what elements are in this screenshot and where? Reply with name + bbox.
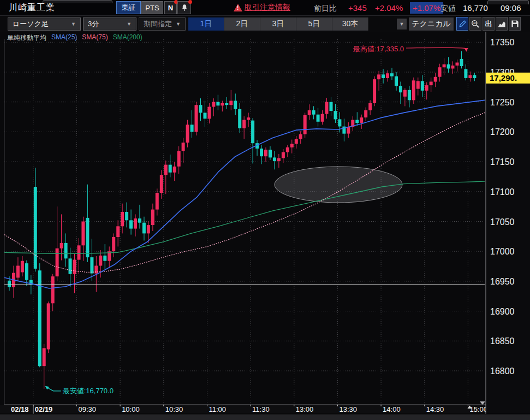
price-axis-label: 17200 [490,127,515,137]
session-low-annotation: 最安値:16,770.0 [63,387,114,395]
legend-title: 単純移動平均 [7,33,46,43]
area-chart-icon [497,20,506,28]
price-axis-label: 17150 [490,157,515,167]
chevron-down-icon: ▼ [127,21,132,27]
time-axis-label: 11:30 [252,405,270,413]
price-axis-label: 17100 [490,187,515,197]
warning-icon: ! [234,4,242,11]
chart-type-dropdown[interactable]: ローソク足 ▼ [8,17,81,31]
change-vs-open-percent[interactable]: +1.07% [410,2,443,14]
trading-app-window: { "header": { "stock_name": "川崎重工業", "ex… [0,0,530,420]
time-axis-label: 15:00 [469,405,487,413]
legend-sma200: SMA(200) [113,33,142,43]
save-icon [511,20,519,28]
tab-period-30bars[interactable]: 30本 [332,17,368,31]
price-axis-label: 16900 [490,307,515,316]
legend-sma25: SMA(25) [51,33,77,43]
price-axis-label: 17000 [490,247,515,256]
zoom-123-icon: 123 [471,20,480,28]
time-axis-label: 10:30 [165,405,183,413]
trading-caution-label: 取引注意情報 [245,3,290,13]
value-zoom-button[interactable]: 123 [469,17,481,31]
user-drawn-ellipse [275,167,402,203]
price-axis-label: 17250 [490,98,515,107]
technical-button[interactable]: テクニカル [409,17,454,31]
low-label: 安値 [440,4,456,14]
export-icon: 出 [485,19,492,29]
price-axis-label: 16950 [490,277,515,286]
interval-dropdown[interactable]: 3分 ▼ [83,17,136,31]
price-axis-label: 17050 [490,217,515,227]
period-select-label: 期間指定 [144,19,172,29]
time-axis-label: 09:30 [78,405,96,413]
tab-pts[interactable]: PTS [141,1,163,14]
mini-dropdown-button[interactable]: ▼ [397,19,407,29]
chart-section: 単純移動平均 SMA(25) SMA(75) SMA(200) 最高値:17,3… [0,32,530,420]
high-arrow [406,48,467,49]
time-axis-label: 02/19 [35,405,53,413]
alert-bell-button[interactable] [177,1,191,14]
pencil-icon [458,20,467,28]
header-bar: 川崎重工業 東証 PTS N ! 取引注意情報 前日比 +345 +2.04% … [0,0,530,15]
legend-sma75: SMA(75) [82,33,108,43]
low-time: 09:06 [501,3,521,13]
price-axis-label: 16800 [490,366,515,376]
candles [8,51,476,389]
change-percent: +2.04% [375,3,403,13]
bell-icon [181,4,188,11]
time-axis-label: 13:30 [339,405,357,413]
prev-day-label: 前日比 [314,4,337,14]
tab-period-5day[interactable]: 5日 [296,17,332,31]
export-button[interactable]: 出 [483,17,495,31]
chevron-down-icon: ▼ [176,21,181,27]
chart-style-button[interactable] [496,17,508,31]
news-button-label: N [168,4,173,12]
period-select-dropdown[interactable]: 期間指定 ▼ [139,17,186,31]
svg-text:123: 123 [472,22,477,25]
low-value: 16,770 [463,3,488,13]
change-value: +345 [348,3,367,13]
chart-toolbar: ローソク足 ▼ 3分 ▼ 期間指定 ▼ 1日 2日 3日 5日 30本 ▼ テク… [0,15,530,32]
chevron-down-icon: ▼ [71,21,76,27]
session-high-annotation: 最高値:17,335.0 [353,45,404,53]
chart-legend: 単純移動平均 SMA(25) SMA(75) SMA(200) [7,33,142,43]
current-price-value: 17,290. [490,73,517,82]
alert-notification-dot [188,0,192,4]
interval-value: 3分 [88,19,99,29]
axis-scroll-down-icon [480,401,485,405]
time-axis-label: 11:00 [209,405,226,413]
tab-period-3day[interactable]: 3日 [260,17,296,31]
time-axis-label: 02/18 [11,405,29,413]
stock-name: 川崎重工業 [9,2,55,14]
price-axis-label: 17350 [490,38,515,47]
time-axis-label: 14:30 [426,405,444,413]
price-chart[interactable]: 最高値:17,335.0最安値:16,770.002/1802/1909:301… [0,32,530,420]
news-button[interactable]: N [164,1,177,14]
draw-pencil-button[interactable] [456,17,468,31]
trading-caution-link[interactable]: ! 取引注意情報 [234,3,290,13]
tab-exchange-tse[interactable]: 東証 [116,1,141,14]
tab-period-2day[interactable]: 2日 [224,17,260,31]
time-axis-label: 14:00 [383,405,401,413]
tab-period-1day[interactable]: 1日 [188,17,224,31]
save-button[interactable] [509,17,521,31]
chart-type-value: ローソク足 [13,19,49,29]
time-axis-label: 10:00 [122,405,140,413]
time-axis-label: 13:00 [296,405,314,413]
price-axis-label: 16850 [490,336,515,346]
